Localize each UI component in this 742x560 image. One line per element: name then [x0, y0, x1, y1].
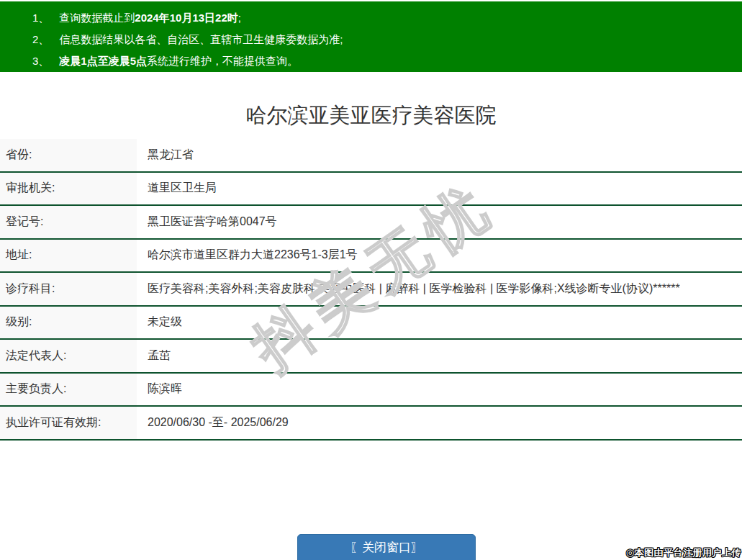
info-table: 省份: 黑龙江省 审批机关: 道里区卫生局 登记号: 黑卫医证营字哈第0047号…	[0, 139, 742, 441]
row-value: 黑卫医证营字哈第0047号	[137, 206, 742, 238]
notice-text-bold: 2024年10月13日22时	[135, 12, 237, 24]
notice-line: 3、凌晨1点至凌晨5点系统进行维护，不能提供查询。	[32, 50, 735, 72]
row-value: 道里区卫生局	[137, 173, 742, 205]
table-row: 地址: 哈尔滨市道里区群力大道2236号1-3层1号	[0, 240, 742, 274]
row-value: 2020/06/30 -至- 2025/06/29	[137, 407, 742, 439]
close-window-button[interactable]: 〖关闭窗口〗	[297, 534, 476, 560]
notice-text: 信息数据结果以各省、自治区、直辖市卫生健康委数据为准;	[59, 33, 343, 45]
notice-line-number: 2、	[32, 33, 49, 45]
notice-text-bold: 凌晨1点至凌晨5点	[59, 55, 147, 67]
row-value: 医疗美容科;美容外科;美容皮肤科;美容中医科 | 麻醉科 | 医学检验科 | 医…	[137, 273, 742, 305]
footer-note: ◎本图由平台注册用户上传	[626, 546, 741, 559]
page-title: 哈尔滨亚美亚医疗美容医院	[0, 101, 742, 130]
notice-text: 查询数据截止到	[59, 12, 135, 24]
row-value: 孟茁	[137, 340, 742, 372]
row-value: 黑龙江省	[137, 139, 742, 171]
notice-banner: 1、查询数据截止到2024年10月13日22时; 2、信息数据结果以各省、自治区…	[0, 1, 742, 72]
notice-text: 系统进行维护，不能提供查询。	[147, 55, 298, 67]
notice-line-number: 3、	[32, 55, 49, 67]
row-label: 级别:	[0, 307, 137, 339]
table-row: 登记号: 黑卫医证营字哈第0047号	[0, 206, 742, 240]
row-label: 省份:	[0, 139, 137, 171]
row-value: 未定级	[137, 307, 742, 339]
notice-line: 1、查询数据截止到2024年10月13日22时;	[32, 7, 735, 29]
table-row: 主要负责人: 陈滨晖	[0, 374, 742, 407]
notice-line: 2、信息数据结果以各省、自治区、直辖市卫生健康委数据为准;	[32, 29, 735, 50]
row-label: 诊疗科目:	[0, 273, 137, 305]
row-label: 登记号:	[0, 206, 137, 238]
row-label: 地址:	[0, 240, 137, 272]
table-row: 法定代表人: 孟茁	[0, 340, 742, 374]
table-row: 审批机关: 道里区卫生局	[0, 173, 742, 207]
row-label: 执业许可证有效期:	[0, 407, 137, 439]
table-row: 省份: 黑龙江省	[0, 139, 742, 173]
row-label: 审批机关:	[0, 173, 137, 205]
table-row: 级别: 未定级	[0, 307, 742, 340]
table-row: 诊疗科目: 医疗美容科;美容外科;美容皮肤科;美容中医科 | 麻醉科 | 医学检…	[0, 273, 742, 307]
row-label: 法定代表人:	[0, 340, 137, 372]
page: { "notice": { "lines": [ { "num": "1、", …	[0, 0, 742, 560]
row-value: 陈滨晖	[137, 374, 742, 406]
notice-line-number: 1、	[32, 12, 49, 24]
notice-text: ;	[238, 12, 241, 24]
table-row: 执业许可证有效期: 2020/06/30 -至- 2025/06/29	[0, 407, 742, 441]
row-label: 主要负责人:	[0, 374, 137, 406]
row-value: 哈尔滨市道里区群力大道2236号1-3层1号	[137, 240, 742, 272]
